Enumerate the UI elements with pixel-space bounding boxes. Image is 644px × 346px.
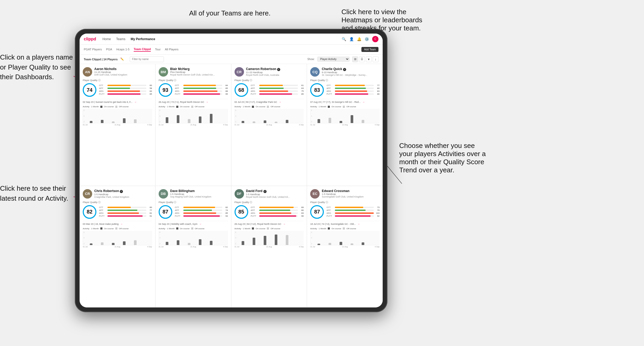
grid-view-icon[interactable]: ⊞: [352, 56, 358, 62]
edit-icon[interactable]: ✏️: [120, 57, 124, 61]
nav-items: Home Teams My Performance: [102, 37, 335, 41]
chart-labels: 31 Jul 21 Aug 4 Sep: [159, 124, 228, 126]
tab-pgat-players[interactable]: PGAT Players: [84, 48, 102, 51]
player-name[interactable]: Dave Billingham: [170, 189, 228, 193]
nav-icons: 🔍 👤 🔔 ⚙️ C: [342, 36, 378, 42]
stat-putt: PUTT 91: [99, 215, 152, 217]
legend-on-course: [176, 106, 178, 108]
legend-off-course: [267, 227, 269, 230]
player-handicap: 11-15 Handicap: [246, 71, 304, 74]
stat-arg: ARG 75: [251, 90, 304, 92]
chart-labels: 31 Jul 21 Aug 4 Sep: [310, 246, 380, 248]
search-icon[interactable]: 🔍: [342, 37, 346, 41]
player-info: Blair McHarg Plus Handicap Royal North D…: [170, 67, 228, 76]
tab-pga[interactable]: PGA: [106, 48, 112, 51]
player-card: DF David Ford ✓ 1-5 Handicap Royal North…: [231, 186, 307, 308]
activity-header: Activity · 1 Month On course Off course: [235, 227, 304, 230]
stat-ott: OTT 84: [175, 84, 228, 87]
stat-arg: ARG 81: [99, 212, 152, 214]
player-handicap: 1-5 Handicap: [246, 193, 304, 196]
stat-ott: OTT 60: [99, 206, 152, 209]
quality-section: 93 OTT 84 APP 85 ARG 88 PUT: [159, 83, 228, 97]
activity-header: Activity · 1 Month On course Off course: [83, 227, 152, 230]
player-avatar: BM: [159, 67, 168, 77]
player-name[interactable]: Blair McHarg: [170, 67, 228, 71]
quality-section: 87 OTT 82 APP 74 ARG 85 PUT: [159, 205, 228, 219]
avatar[interactable]: C: [372, 36, 378, 42]
quality-score[interactable]: 68: [235, 83, 248, 97]
activity-chart: 6 4 2: [83, 109, 152, 123]
quality-score[interactable]: 74: [83, 83, 96, 97]
stat-arg: ARG 88: [175, 90, 228, 92]
list-view-icon[interactable]: ☰: [359, 56, 365, 62]
player-club: Sunningdale Golf Club, United Kingdom: [322, 195, 380, 198]
activity-section: Activity · 1 Month On course Off course …: [83, 105, 152, 126]
filter-input[interactable]: [130, 56, 164, 62]
person-icon[interactable]: 👤: [349, 37, 354, 41]
latest-round[interactable]: 07 Aug 23 | 77 (+7), St George's Hill GC…: [310, 99, 380, 103]
latest-round[interactable]: 02 Sep 23 | Sunset round to get back int…: [83, 99, 152, 103]
player-club: Sog Maging Golf Club, United Kingdom: [170, 195, 228, 198]
sort-icon[interactable]: ↕: [373, 56, 378, 62]
legend-on-course: [252, 106, 254, 108]
player-name[interactable]: Charlie Quick ✓: [322, 67, 380, 71]
toolbar: Team Clippd | 14 Players ✏️ Show: Player…: [80, 55, 383, 64]
bell-icon[interactable]: 🔔: [357, 37, 361, 41]
quality-score[interactable]: 93: [159, 83, 172, 97]
verified-badge: ✓: [263, 190, 267, 193]
player-info: Edward Crossman 1-5 Handicap Sunningdale…: [322, 189, 380, 198]
nav-teams[interactable]: Teams: [116, 37, 125, 41]
nav-my-performance[interactable]: My Performance: [131, 37, 155, 41]
activity-section: Activity · 1 Month On course Off course …: [235, 227, 304, 248]
stat-arg: ARG 103: [326, 212, 380, 214]
tab-all-players[interactable]: All Players: [165, 48, 179, 51]
latest-round[interactable]: 18 Jul 23 | 74 (+4), Sunningdale GC - Ol…: [310, 221, 380, 225]
show-select[interactable]: Player Activity Quality Score Trend: [317, 57, 350, 62]
tab-team-clippd[interactable]: Team Clippd: [134, 47, 151, 52]
player-club: Royal North Devon Golf Club, United Kil.…: [246, 196, 304, 198]
player-header: EC Edward Crossman 1-5 Handicap Sunningd…: [310, 189, 380, 199]
settings-icon[interactable]: ⚙️: [365, 37, 369, 41]
player-name[interactable]: David Ford ✓: [246, 189, 304, 193]
stats-grid: OTT 89 APP 80 ARG 83 PUTT 96: [251, 206, 304, 218]
player-name[interactable]: Cameron Robertson ✓: [246, 67, 304, 71]
activity-header: Activity · 1 Month On course Off course: [83, 105, 152, 108]
quality-score[interactable]: 85: [235, 205, 248, 219]
latest-round[interactable]: 26 Aug 23 | 84 (+12), Royal North Devon …: [235, 221, 304, 225]
activity-section: Activity · 1 Month On course Off course …: [159, 227, 228, 248]
latest-round[interactable]: 03 Mar 23 | 19, Must make putting →: [83, 221, 152, 225]
tab-tour[interactable]: Tour: [155, 48, 160, 51]
chart-labels: 31 Jul 21 Aug 4 Sep: [83, 246, 152, 248]
player-club: Craigmillar Park, United Kingdom: [94, 196, 152, 198]
stat-arg: ARG 85: [175, 212, 228, 214]
quality-score[interactable]: 83: [310, 83, 324, 97]
player-info: Chris Robertson ✓ 1-5 Handicap Craigmill…: [94, 189, 152, 198]
latest-round[interactable]: 02 Jul 23 | 59 (+17), Craigmillar Park G…: [235, 99, 304, 103]
latest-round[interactable]: 04 Sep 23 | Mobility with coach, Gym →: [159, 221, 228, 225]
player-club: Drift Golf Club, United Kingdom: [94, 73, 152, 76]
tab-hcaps[interactable]: Hcaps 1-5: [116, 48, 129, 51]
activity-header: Activity · 1 Month On course Off course: [235, 105, 304, 108]
nav-home[interactable]: Home: [102, 37, 111, 41]
legend-off-course: [115, 227, 117, 230]
activity-chart: 6 4 2: [159, 231, 228, 245]
quality-label: Player Quality ⓘ: [310, 79, 380, 82]
player-header: CR Cameron Robertson ✓ 11-15 Handicap Ro…: [235, 67, 304, 77]
quality-score[interactable]: 87: [310, 205, 324, 219]
activity-header: Activity · 1 Month On course Off course: [159, 105, 228, 108]
add-team-button[interactable]: Add Team: [361, 47, 378, 52]
player-club: Royal North Devon Golf Club, United Kin.…: [170, 73, 228, 76]
quality-label: Player Quality ⓘ: [83, 201, 152, 204]
quality-score[interactable]: 87: [159, 205, 172, 219]
quality-score[interactable]: 82: [83, 205, 96, 219]
activity-chart: 6 4 2: [310, 109, 380, 123]
latest-round[interactable]: 26 Aug 23 | 73 (+1), Royal North Devon G…: [159, 99, 228, 103]
filter-icon[interactable]: ▼: [366, 56, 372, 62]
player-name[interactable]: Edward Crossman: [322, 189, 380, 193]
player-name[interactable]: Aaron Nicholls: [94, 67, 152, 71]
legend-off-course: [343, 227, 345, 230]
stat-app: APP 80: [326, 87, 380, 89]
player-name[interactable]: Chris Robertson ✓: [94, 189, 152, 193]
ipad-frame: clippd Home Teams My Performance 🔍 👤 🔔 ⚙…: [75, 29, 387, 312]
chart-labels: 31 Jul 21 Aug 4 Sep: [310, 124, 380, 126]
